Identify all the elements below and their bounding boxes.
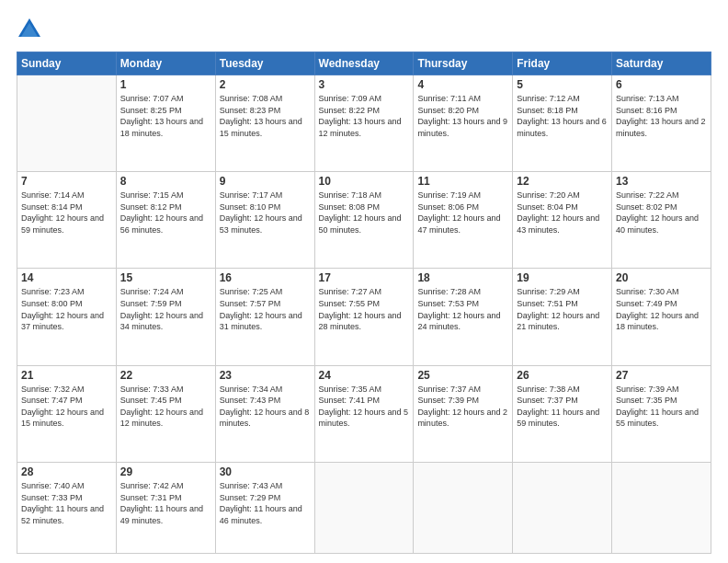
calendar-day-cell: 16Sunrise: 7:25 AMSunset: 7:57 PMDayligh… — [215, 269, 314, 365]
calendar-week-row: 1Sunrise: 7:07 AMSunset: 8:25 PMDaylight… — [17, 75, 711, 172]
calendar-day-cell: 22Sunrise: 7:33 AMSunset: 7:45 PMDayligh… — [116, 365, 215, 462]
calendar-header-row: SundayMondayTuesdayWednesdayThursdayFrid… — [17, 52, 711, 75]
day-number: 16 — [220, 271, 311, 284]
calendar-week-row: 14Sunrise: 7:23 AMSunset: 8:00 PMDayligh… — [17, 269, 711, 365]
calendar-day-cell — [612, 462, 711, 553]
day-number: 30 — [220, 465, 311, 478]
day-detail: Sunrise: 7:08 AMSunset: 8:23 PMDaylight:… — [220, 93, 311, 139]
day-number: 25 — [417, 369, 508, 382]
day-detail: Sunrise: 7:38 AMSunset: 7:37 PMDaylight:… — [517, 384, 608, 430]
day-detail: Sunrise: 7:33 AMSunset: 7:45 PMDaylight:… — [120, 384, 211, 430]
day-detail: Sunrise: 7:07 AMSunset: 8:25 PMDaylight:… — [120, 93, 211, 139]
day-number: 8 — [120, 175, 211, 188]
calendar-day-cell: 9Sunrise: 7:17 AMSunset: 8:10 PMDaylight… — [215, 172, 314, 269]
day-number: 22 — [120, 369, 211, 382]
day-detail: Sunrise: 7:17 AMSunset: 8:10 PMDaylight:… — [220, 190, 311, 236]
day-number: 24 — [319, 369, 410, 382]
day-number: 4 — [417, 78, 508, 91]
day-detail: Sunrise: 7:13 AMSunset: 8:16 PMDaylight:… — [616, 93, 707, 139]
calendar-day-cell: 14Sunrise: 7:23 AMSunset: 8:00 PMDayligh… — [17, 269, 117, 365]
day-detail: Sunrise: 7:29 AMSunset: 7:51 PMDaylight:… — [517, 286, 608, 332]
day-detail: Sunrise: 7:30 AMSunset: 7:49 PMDaylight:… — [616, 286, 707, 332]
calendar-day-cell — [513, 462, 612, 553]
day-number: 18 — [417, 271, 508, 284]
day-number: 23 — [220, 369, 311, 382]
day-detail: Sunrise: 7:28 AMSunset: 7:53 PMDaylight:… — [417, 286, 508, 332]
calendar-day-cell: 5Sunrise: 7:12 AMSunset: 8:18 PMDaylight… — [513, 75, 612, 172]
day-detail: Sunrise: 7:25 AMSunset: 7:57 PMDaylight:… — [220, 286, 311, 332]
day-number: 6 — [616, 78, 707, 91]
calendar-week-row: 21Sunrise: 7:32 AMSunset: 7:47 PMDayligh… — [17, 365, 711, 462]
calendar-day-cell: 21Sunrise: 7:32 AMSunset: 7:47 PMDayligh… — [17, 365, 117, 462]
day-detail: Sunrise: 7:20 AMSunset: 8:04 PMDaylight:… — [517, 190, 608, 236]
day-number: 13 — [616, 175, 707, 188]
day-detail: Sunrise: 7:42 AMSunset: 7:31 PMDaylight:… — [120, 480, 211, 526]
calendar-day-cell: 12Sunrise: 7:20 AMSunset: 8:04 PMDayligh… — [513, 172, 612, 269]
day-number: 28 — [21, 465, 112, 478]
day-number: 7 — [21, 175, 112, 188]
weekday-header: Sunday — [17, 52, 117, 75]
day-detail: Sunrise: 7:12 AMSunset: 8:18 PMDaylight:… — [517, 93, 608, 139]
day-detail: Sunrise: 7:19 AMSunset: 8:06 PMDaylight:… — [417, 190, 508, 236]
day-detail: Sunrise: 7:40 AMSunset: 7:33 PMDaylight:… — [21, 480, 112, 526]
calendar-day-cell: 23Sunrise: 7:34 AMSunset: 7:43 PMDayligh… — [215, 365, 314, 462]
calendar-day-cell: 18Sunrise: 7:28 AMSunset: 7:53 PMDayligh… — [414, 269, 513, 365]
calendar-week-row: 7Sunrise: 7:14 AMSunset: 8:14 PMDaylight… — [17, 172, 711, 269]
day-detail: Sunrise: 7:15 AMSunset: 8:12 PMDaylight:… — [120, 190, 211, 236]
logo — [17, 17, 46, 42]
calendar-day-cell: 30Sunrise: 7:43 AMSunset: 7:29 PMDayligh… — [215, 462, 314, 553]
day-number: 17 — [319, 271, 410, 284]
day-detail: Sunrise: 7:39 AMSunset: 7:35 PMDaylight:… — [616, 384, 707, 430]
weekday-header: Tuesday — [215, 52, 314, 75]
calendar-day-cell: 25Sunrise: 7:37 AMSunset: 7:39 PMDayligh… — [414, 365, 513, 462]
weekday-header: Friday — [513, 52, 612, 75]
day-detail: Sunrise: 7:14 AMSunset: 8:14 PMDaylight:… — [21, 190, 112, 236]
day-number: 21 — [21, 369, 112, 382]
calendar-day-cell — [414, 462, 513, 553]
calendar-day-cell: 26Sunrise: 7:38 AMSunset: 7:37 PMDayligh… — [513, 365, 612, 462]
day-detail: Sunrise: 7:18 AMSunset: 8:08 PMDaylight:… — [319, 190, 410, 236]
day-detail: Sunrise: 7:43 AMSunset: 7:29 PMDaylight:… — [220, 480, 311, 526]
calendar-day-cell: 20Sunrise: 7:30 AMSunset: 7:49 PMDayligh… — [612, 269, 711, 365]
day-detail: Sunrise: 7:27 AMSunset: 7:55 PMDaylight:… — [319, 286, 410, 332]
calendar-week-row: 28Sunrise: 7:40 AMSunset: 7:33 PMDayligh… — [17, 462, 711, 553]
day-number: 1 — [120, 78, 211, 91]
day-number: 20 — [616, 271, 707, 284]
calendar-day-cell: 2Sunrise: 7:08 AMSunset: 8:23 PMDaylight… — [215, 75, 314, 172]
calendar-day-cell — [314, 462, 414, 553]
calendar-day-cell: 8Sunrise: 7:15 AMSunset: 8:12 PMDaylight… — [116, 172, 215, 269]
day-detail: Sunrise: 7:34 AMSunset: 7:43 PMDaylight:… — [220, 384, 311, 430]
day-detail: Sunrise: 7:11 AMSunset: 8:20 PMDaylight:… — [417, 93, 508, 139]
weekday-header: Saturday — [612, 52, 711, 75]
calendar-day-cell: 4Sunrise: 7:11 AMSunset: 8:20 PMDaylight… — [414, 75, 513, 172]
header — [17, 17, 711, 42]
calendar-day-cell — [17, 75, 117, 172]
calendar-day-cell: 15Sunrise: 7:24 AMSunset: 7:59 PMDayligh… — [116, 269, 215, 365]
day-number: 19 — [517, 271, 608, 284]
day-detail: Sunrise: 7:22 AMSunset: 8:02 PMDaylight:… — [616, 190, 707, 236]
day-number: 2 — [220, 78, 311, 91]
day-number: 11 — [417, 175, 508, 188]
logo-icon — [17, 17, 42, 42]
day-number: 15 — [120, 271, 211, 284]
day-number: 3 — [319, 78, 410, 91]
calendar-day-cell: 10Sunrise: 7:18 AMSunset: 8:08 PMDayligh… — [314, 172, 414, 269]
day-number: 26 — [517, 369, 608, 382]
page: SundayMondayTuesdayWednesdayThursdayFrid… — [0, 0, 728, 563]
calendar-day-cell: 3Sunrise: 7:09 AMSunset: 8:22 PMDaylight… — [314, 75, 414, 172]
day-detail: Sunrise: 7:35 AMSunset: 7:41 PMDaylight:… — [319, 384, 410, 430]
day-detail: Sunrise: 7:37 AMSunset: 7:39 PMDaylight:… — [417, 384, 508, 430]
day-number: 29 — [120, 465, 211, 478]
day-number: 27 — [616, 369, 707, 382]
day-detail: Sunrise: 7:23 AMSunset: 8:00 PMDaylight:… — [21, 286, 112, 332]
day-detail: Sunrise: 7:32 AMSunset: 7:47 PMDaylight:… — [21, 384, 112, 430]
calendar-day-cell: 17Sunrise: 7:27 AMSunset: 7:55 PMDayligh… — [314, 269, 414, 365]
calendar-day-cell: 13Sunrise: 7:22 AMSunset: 8:02 PMDayligh… — [612, 172, 711, 269]
weekday-header: Monday — [116, 52, 215, 75]
calendar-day-cell: 28Sunrise: 7:40 AMSunset: 7:33 PMDayligh… — [17, 462, 117, 553]
day-number: 12 — [517, 175, 608, 188]
calendar-table: SundayMondayTuesdayWednesdayThursdayFrid… — [17, 52, 711, 554]
day-number: 5 — [517, 78, 608, 91]
weekday-header: Thursday — [414, 52, 513, 75]
calendar-day-cell: 6Sunrise: 7:13 AMSunset: 8:16 PMDaylight… — [612, 75, 711, 172]
